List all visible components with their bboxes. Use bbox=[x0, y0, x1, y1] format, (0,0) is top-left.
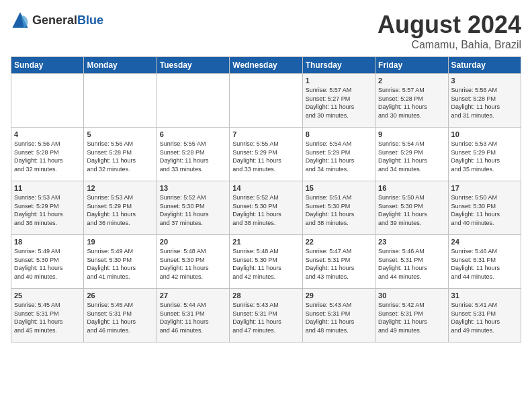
day-number: 26 bbox=[87, 291, 153, 300]
day-info: Sunrise: 5:41 AM Sunset: 5:31 PM Dayligh… bbox=[451, 301, 518, 334]
calendar-cell: 21Sunrise: 5:48 AM Sunset: 5:30 PM Dayli… bbox=[230, 235, 302, 289]
calendar-cell: 24Sunrise: 5:46 AM Sunset: 5:31 PM Dayli… bbox=[448, 235, 521, 289]
day-number: 13 bbox=[160, 184, 226, 192]
header-monday: Monday bbox=[84, 57, 157, 74]
calendar-week-0: 1Sunrise: 5:57 AM Sunset: 5:27 PM Daylig… bbox=[11, 74, 521, 128]
day-info: Sunrise: 5:53 AM Sunset: 5:29 PM Dayligh… bbox=[14, 193, 81, 227]
day-number: 28 bbox=[232, 291, 299, 300]
calendar-subtitle: Camamu, Bahia, Brazil bbox=[378, 39, 521, 51]
calendar-cell: 2Sunrise: 5:57 AM Sunset: 5:28 PM Daylig… bbox=[375, 74, 448, 128]
day-info: Sunrise: 5:57 AM Sunset: 5:27 PM Dayligh… bbox=[306, 86, 372, 120]
day-info: Sunrise: 5:44 AM Sunset: 5:31 PM Dayligh… bbox=[160, 301, 226, 334]
calendar-cell: 20Sunrise: 5:48 AM Sunset: 5:30 PM Dayli… bbox=[157, 235, 229, 289]
day-number: 7 bbox=[232, 130, 299, 138]
header-wednesday: Wednesday bbox=[230, 57, 302, 74]
day-info: Sunrise: 5:51 AM Sunset: 5:30 PM Dayligh… bbox=[306, 193, 372, 227]
calendar-cell: 31Sunrise: 5:41 AM Sunset: 5:31 PM Dayli… bbox=[448, 289, 521, 342]
day-number: 23 bbox=[378, 238, 445, 246]
calendar-cell: 14Sunrise: 5:52 AM Sunset: 5:30 PM Dayli… bbox=[230, 181, 302, 235]
calendar-cell bbox=[230, 74, 302, 128]
calendar-cell: 26Sunrise: 5:45 AM Sunset: 5:31 PM Dayli… bbox=[84, 289, 157, 342]
calendar-cell: 12Sunrise: 5:53 AM Sunset: 5:29 PM Dayli… bbox=[84, 181, 157, 235]
day-info: Sunrise: 5:50 AM Sunset: 5:30 PM Dayligh… bbox=[451, 193, 518, 227]
day-info: Sunrise: 5:54 AM Sunset: 5:29 PM Dayligh… bbox=[378, 140, 445, 173]
day-info: Sunrise: 5:56 AM Sunset: 5:28 PM Dayligh… bbox=[14, 140, 81, 173]
day-number: 9 bbox=[378, 130, 445, 138]
calendar-cell: 28Sunrise: 5:43 AM Sunset: 5:31 PM Dayli… bbox=[230, 289, 302, 342]
calendar-cell: 8Sunrise: 5:54 AM Sunset: 5:29 PM Daylig… bbox=[302, 128, 375, 181]
calendar-cell bbox=[84, 74, 157, 128]
calendar-cell: 29Sunrise: 5:43 AM Sunset: 5:31 PM Dayli… bbox=[302, 289, 375, 342]
day-number: 24 bbox=[451, 238, 518, 246]
day-info: Sunrise: 5:57 AM Sunset: 5:28 PM Dayligh… bbox=[378, 86, 445, 120]
day-number: 31 bbox=[451, 291, 518, 300]
calendar-cell bbox=[11, 74, 84, 128]
calendar-cell: 17Sunrise: 5:50 AM Sunset: 5:30 PM Dayli… bbox=[448, 181, 521, 235]
calendar-header: Sunday Monday Tuesday Wednesday Thursday… bbox=[11, 57, 521, 74]
day-number: 10 bbox=[451, 130, 518, 138]
calendar-cell: 15Sunrise: 5:51 AM Sunset: 5:30 PM Dayli… bbox=[302, 181, 375, 235]
header-friday: Friday bbox=[375, 57, 448, 74]
day-number: 17 bbox=[451, 184, 518, 192]
calendar-cell: 9Sunrise: 5:54 AM Sunset: 5:29 PM Daylig… bbox=[375, 128, 448, 181]
day-info: Sunrise: 5:53 AM Sunset: 5:29 PM Dayligh… bbox=[451, 140, 518, 173]
header-sunday: Sunday bbox=[11, 57, 84, 74]
day-number: 14 bbox=[232, 184, 299, 192]
calendar-cell: 16Sunrise: 5:50 AM Sunset: 5:30 PM Dayli… bbox=[375, 181, 448, 235]
day-number: 2 bbox=[378, 77, 445, 85]
calendar-title: August 2024 bbox=[378, 11, 521, 39]
day-number: 3 bbox=[451, 77, 518, 85]
day-info: Sunrise: 5:42 AM Sunset: 5:31 PM Dayligh… bbox=[378, 301, 445, 334]
calendar-cell: 10Sunrise: 5:53 AM Sunset: 5:29 PM Dayli… bbox=[448, 128, 521, 181]
header-tuesday: Tuesday bbox=[157, 57, 229, 74]
header-saturday: Saturday bbox=[448, 57, 521, 74]
calendar-cell: 19Sunrise: 5:49 AM Sunset: 5:30 PM Dayli… bbox=[84, 235, 157, 289]
calendar-table: Sunday Monday Tuesday Wednesday Thursday… bbox=[11, 56, 521, 342]
day-info: Sunrise: 5:47 AM Sunset: 5:31 PM Dayligh… bbox=[306, 247, 372, 281]
logo: GeneralBlue bbox=[11, 11, 103, 30]
day-number: 16 bbox=[378, 184, 445, 192]
day-number: 22 bbox=[306, 238, 372, 246]
day-number: 27 bbox=[160, 291, 226, 300]
day-info: Sunrise: 5:54 AM Sunset: 5:29 PM Dayligh… bbox=[306, 140, 372, 173]
calendar-cell: 4Sunrise: 5:56 AM Sunset: 5:28 PM Daylig… bbox=[11, 128, 84, 181]
day-info: Sunrise: 5:55 AM Sunset: 5:28 PM Dayligh… bbox=[160, 140, 226, 173]
day-info: Sunrise: 5:53 AM Sunset: 5:29 PM Dayligh… bbox=[87, 193, 153, 227]
day-number: 29 bbox=[306, 291, 372, 300]
calendar-cell: 25Sunrise: 5:45 AM Sunset: 5:31 PM Dayli… bbox=[11, 289, 84, 342]
day-number: 12 bbox=[87, 184, 153, 192]
calendar-body: 1Sunrise: 5:57 AM Sunset: 5:27 PM Daylig… bbox=[11, 74, 521, 342]
day-info: Sunrise: 5:46 AM Sunset: 5:31 PM Dayligh… bbox=[378, 247, 445, 281]
day-info: Sunrise: 5:52 AM Sunset: 5:30 PM Dayligh… bbox=[232, 193, 299, 227]
day-info: Sunrise: 5:43 AM Sunset: 5:31 PM Dayligh… bbox=[232, 301, 299, 334]
day-number: 25 bbox=[14, 291, 81, 300]
day-info: Sunrise: 5:56 AM Sunset: 5:28 PM Dayligh… bbox=[87, 140, 153, 173]
day-info: Sunrise: 5:45 AM Sunset: 5:31 PM Dayligh… bbox=[14, 301, 81, 334]
calendar-cell bbox=[157, 74, 229, 128]
day-number: 1 bbox=[306, 77, 372, 85]
day-number: 18 bbox=[14, 238, 81, 246]
day-info: Sunrise: 5:48 AM Sunset: 5:30 PM Dayligh… bbox=[160, 247, 226, 281]
title-block: August 2024 Camamu, Bahia, Brazil bbox=[378, 11, 521, 51]
calendar-week-3: 18Sunrise: 5:49 AM Sunset: 5:30 PM Dayli… bbox=[11, 235, 521, 289]
logo-general: General bbox=[32, 13, 77, 27]
day-info: Sunrise: 5:50 AM Sunset: 5:30 PM Dayligh… bbox=[378, 193, 445, 227]
day-info: Sunrise: 5:49 AM Sunset: 5:30 PM Dayligh… bbox=[14, 247, 81, 281]
calendar-cell: 27Sunrise: 5:44 AM Sunset: 5:31 PM Dayli… bbox=[157, 289, 229, 342]
day-number: 30 bbox=[378, 291, 445, 300]
day-info: Sunrise: 5:52 AM Sunset: 5:30 PM Dayligh… bbox=[160, 193, 226, 227]
calendar-cell: 3Sunrise: 5:56 AM Sunset: 5:28 PM Daylig… bbox=[448, 74, 521, 128]
calendar-cell: 18Sunrise: 5:49 AM Sunset: 5:30 PM Dayli… bbox=[11, 235, 84, 289]
page-header: GeneralBlue August 2024 Camamu, Bahia, B… bbox=[11, 11, 521, 51]
day-number: 21 bbox=[232, 238, 299, 246]
calendar-week-2: 11Sunrise: 5:53 AM Sunset: 5:29 PM Dayli… bbox=[11, 181, 521, 235]
day-number: 8 bbox=[306, 130, 372, 138]
logo-text: GeneralBlue bbox=[32, 13, 103, 28]
day-info: Sunrise: 5:46 AM Sunset: 5:31 PM Dayligh… bbox=[451, 247, 518, 281]
day-info: Sunrise: 5:49 AM Sunset: 5:30 PM Dayligh… bbox=[87, 247, 153, 281]
day-number: 6 bbox=[160, 130, 226, 138]
calendar-cell: 22Sunrise: 5:47 AM Sunset: 5:31 PM Dayli… bbox=[302, 235, 375, 289]
header-thursday: Thursday bbox=[302, 57, 375, 74]
day-info: Sunrise: 5:55 AM Sunset: 5:29 PM Dayligh… bbox=[232, 140, 299, 173]
day-number: 20 bbox=[160, 238, 226, 246]
